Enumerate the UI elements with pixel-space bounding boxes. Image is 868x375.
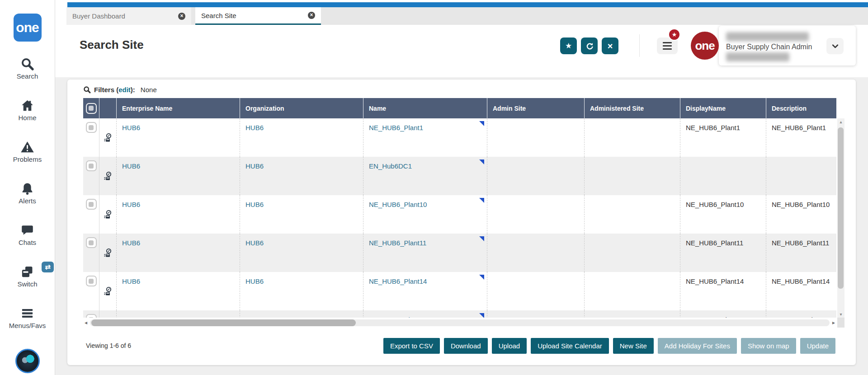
site-detail-icon[interactable] [104,133,116,143]
administered-site-cell [584,272,680,310]
cell-context-menu-icon[interactable] [479,121,484,126]
enterprise-link[interactable]: HUB6 [122,124,140,131]
sidebar-item-label: Alerts [19,197,36,205]
scroll-down-arrow-icon[interactable]: ▾ [837,312,844,317]
sidebar-item-search[interactable]: Search [0,57,55,80]
new-site-button[interactable]: New Site [613,338,654,354]
displayname-cell: NE_HUB6_Plant1 [680,118,766,157]
redacted-user-detail [726,52,789,61]
horizontal-scrollbar-track[interactable] [90,319,830,326]
one-logo-avatar[interactable]: one [691,32,719,60]
user-menu-chevron-button[interactable] [826,38,844,54]
show-on-map-button[interactable]: Show on map [741,338,796,354]
pagination-status: Viewing 1-6 of 6 [86,342,131,349]
cell-context-menu-icon[interactable] [479,198,484,203]
column-header-description[interactable]: Description [766,98,836,118]
chat-bubble-icon [20,223,34,237]
row-checkbox[interactable] [86,314,97,318]
cell-context-menu-icon[interactable] [479,236,484,241]
row-checkbox[interactable] [86,160,97,171]
organization-link[interactable]: HUB6 [245,162,264,170]
horizontal-scrollbar-thumb[interactable] [91,319,356,326]
sidebar: one Search Home Problems Alerts Chats [0,0,55,375]
admin-site-cell [487,157,584,195]
site-detail-icon[interactable] [104,248,116,258]
sidebar-item-menus-favs[interactable]: Menus/Favs [0,306,55,330]
one-network-logo[interactable]: one [14,14,42,42]
add-holiday-for-sites-button[interactable]: Add Holiday For Sites [658,338,737,354]
swap-arrows-badge-icon[interactable]: ⇄ [42,262,54,272]
warning-triangle-icon [20,140,34,154]
scroll-right-arrow-icon[interactable]: ▸ [831,319,836,326]
column-header-displayname[interactable]: DisplayName [680,98,766,118]
export-to-csv-button[interactable]: Export to CSV [383,338,440,354]
update-button[interactable]: Update [800,338,835,354]
administered-site-cell [584,195,680,234]
site-name-link[interactable]: NE_HUB6_Plant11 [369,239,426,247]
filter-search-icon [83,86,94,94]
column-header-name[interactable]: Name [363,98,487,118]
cell-context-menu-icon[interactable] [479,275,484,280]
administered-site-cell [584,157,680,195]
tab-close-icon[interactable]: × [308,12,315,19]
tab-search-site[interactable]: Search Site × [195,7,321,25]
table-row: HUB6 HUB6 EN_Hub6DC1 [83,157,836,195]
sidebar-item-problems[interactable]: Problems [0,140,55,164]
organization-link[interactable]: HUB6 [245,277,264,285]
row-checkbox[interactable] [86,122,97,133]
sidebar-item-switch[interactable]: Switch ⇄ [0,265,55,288]
site-name-link[interactable]: NE_HUB6_Plant14 [369,277,427,285]
enterprise-link[interactable]: HUB6 [122,201,140,208]
enterprise-link[interactable]: HUB6 [122,239,140,247]
organization-link[interactable]: HUB6 [245,201,264,208]
table-row: HUB6 HUB6 NE_HUB6_Plant14 NE_HUB6_Plant1… [83,272,836,310]
enterprise-link[interactable]: HUB6 [122,162,140,170]
vertical-scrollbar[interactable]: ▴ ▾ [837,118,844,318]
column-header-administered-site[interactable]: Administered Site [584,98,680,118]
row-checkbox[interactable] [86,237,97,248]
site-detail-icon[interactable] [104,171,116,181]
organization-link[interactable]: HUB6 [245,239,264,247]
select-all-checkbox[interactable] [86,103,97,114]
admin-site-cell [487,234,584,272]
enterprise-link[interactable]: HUB6 [122,277,140,285]
download-button[interactable]: Download [444,338,488,354]
admin-site-cell [487,310,584,318]
upload-site-calendar-button[interactable]: Upload Site Calendar [531,338,609,354]
row-checkbox[interactable] [86,276,97,286]
vertical-scrollbar-thumb[interactable] [838,127,844,289]
row-checkbox[interactable] [86,199,97,210]
site-detail-icon[interactable] [104,210,116,220]
sidebar-item-chats[interactable]: Chats [0,223,55,247]
site-name-link[interactable]: NE_HUB6_Plant1 [369,124,423,131]
filters-value: None [141,86,157,94]
upload-button[interactable]: Upload [492,338,527,354]
tab-close-icon[interactable]: × [178,13,185,20]
sidebar-item-label: Search [17,72,38,80]
column-header-organization[interactable]: Organization [240,98,363,118]
table-row: HUB6 HUB6 NE_HUB6_Plant10 NE_HUB6_Plant1… [83,195,836,234]
site-detail-icon[interactable] [104,286,116,296]
favorite-button[interactable]: ★ [560,38,577,54]
tab-buyer-dashboard[interactable]: Buyer Dashboard × [66,7,191,25]
sidebar-item-label: Home [18,114,36,122]
favorites-badge-icon[interactable]: ★ [668,28,680,41]
scroll-up-arrow-icon[interactable]: ▴ [837,119,844,124]
close-page-button[interactable]: × [602,38,618,54]
column-header-enterprise-name[interactable]: Enterprise Name [116,98,240,118]
site-name-link[interactable]: EN_Hub6DC1 [369,162,412,170]
edit-filters-link[interactable]: edit [118,86,131,94]
sidebar-item-alerts[interactable]: Alerts [0,182,55,205]
description-cell: NE_HUB6_Plant1 [766,118,836,157]
site-name-link[interactable]: NE_HUB6_Plant10 [369,201,427,208]
sidebar-item-home[interactable]: Home [0,98,55,122]
scroll-left-arrow-icon[interactable]: ◂ [83,319,89,326]
refresh-button[interactable] [581,38,598,54]
cell-context-menu-icon[interactable] [479,159,484,164]
tab-label: Search Site [201,12,236,19]
column-header-admin-site[interactable]: Admin Site [487,98,584,118]
organization-link[interactable]: HUB6 [245,124,264,131]
cell-context-menu-icon[interactable] [479,313,484,318]
user-avatar[interactable] [15,349,40,373]
horizontal-scrollbar[interactable]: ◂ ▸ [83,318,836,328]
